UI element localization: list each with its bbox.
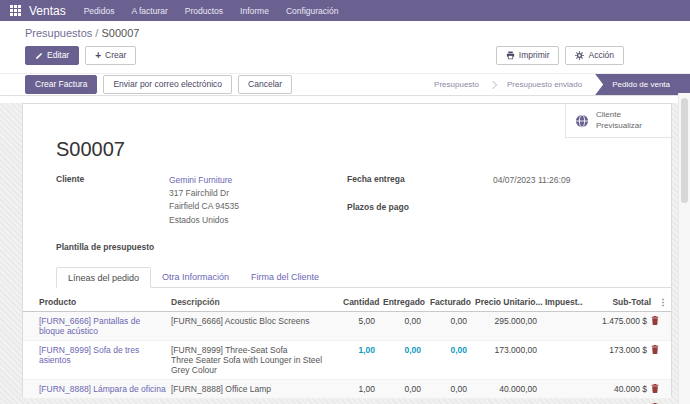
header-descripcion[interactable]: Descripción	[171, 297, 343, 307]
order-lines-table: Producto Descripción Cantidad Entregado …	[23, 293, 671, 404]
menu-configuracion[interactable]: Configuración	[286, 6, 338, 16]
header-entregado[interactable]: Entregado	[383, 297, 429, 307]
menu-informe[interactable]: Informe	[240, 6, 269, 16]
delete-row-icon[interactable]	[651, 384, 667, 393]
table-row[interactable]: [FURN_7777] Silla de oficina [FURN_7777]…	[23, 399, 671, 404]
header-producto[interactable]: Producto	[39, 297, 171, 307]
stage-presupuesto[interactable]: Presupuesto	[425, 80, 488, 89]
qty-cell: 5,00	[339, 316, 379, 326]
app-brand[interactable]: Ventas	[29, 4, 66, 18]
header-impuestos[interactable]: Impuest...	[545, 297, 583, 307]
tab-firma-del-cliente[interactable]: Firma del Cliente	[240, 267, 330, 287]
action-button[interactable]: Acción	[565, 46, 624, 65]
optional-columns-icon[interactable]: ⋮	[655, 297, 667, 307]
delete-row-icon[interactable]	[651, 345, 667, 354]
description-cell: [FURN_8999] Three-Seat SofaThree Seater …	[171, 345, 339, 375]
statusbar: Crear Factura Enviar por correo electrón…	[0, 73, 690, 96]
cancel-button[interactable]: Cancelar	[238, 75, 292, 94]
notebook-tabs: Líneas del pedido Otra Información Firma…	[56, 267, 671, 288]
qty-cell: 1,00	[339, 384, 379, 394]
gear-icon	[575, 51, 584, 60]
header-cantidad[interactable]: Cantidad	[343, 297, 383, 307]
customer-preview-button[interactable]: Cliente Previsualizar	[565, 104, 671, 138]
plus-icon: +	[95, 53, 101, 59]
tab-lineas-del-pedido[interactable]: Líneas del pedido	[56, 267, 151, 288]
unit-price-cell: 295.000,00	[471, 316, 541, 326]
description-cell: [FURN_8888] Office Lamp	[171, 384, 339, 394]
send-email-button[interactable]: Enviar por correo electrónico	[103, 75, 232, 94]
delivered-cell: 0,00	[379, 384, 425, 394]
fecha-entrega-label: Fecha entrega	[347, 174, 493, 187]
order-title: S00007	[56, 138, 671, 161]
apps-grid-icon[interactable]	[10, 5, 21, 16]
header-subtotal[interactable]: Sub-Total	[583, 297, 655, 307]
table-row[interactable]: [FURN_6666] Pantallas de bloque acústico…	[23, 312, 671, 341]
invoiced-cell: 0,00	[425, 316, 471, 326]
table-row[interactable]: [FURN_8999] Sofa de tres asientos [FURN_…	[23, 341, 671, 380]
delivered-cell: 0,00	[379, 316, 425, 326]
description-cell: [FURN_6666] Acoustic Bloc Screens	[171, 316, 339, 326]
qty-cell: 1,00	[339, 345, 379, 355]
stage-pedido-de-venta[interactable]: Pedido de venta	[595, 74, 690, 95]
delete-row-icon[interactable]	[651, 316, 667, 325]
cliente-label: Cliente	[56, 174, 169, 227]
vertical-scrollbar	[678, 93, 690, 404]
control-panel: Presupuestos / S00007 Editar + Crear Imp…	[0, 21, 690, 73]
product-cell[interactable]: [FURN_8999] Sofa de tres asientos	[39, 345, 171, 365]
menu-productos[interactable]: Productos	[185, 6, 223, 16]
scrollbar-thumb[interactable]	[681, 98, 688, 203]
unit-price-cell: 40.000,00	[471, 384, 541, 394]
print-button[interactable]: Imprimir	[496, 46, 560, 65]
tab-otra-informacion[interactable]: Otra Información	[151, 267, 240, 287]
breadcrumb-current: S00007	[101, 27, 139, 39]
customer-preview-label: Cliente Previsualizar	[596, 110, 642, 131]
field-groups: Cliente Gemini Furniture 317 Fairchild D…	[56, 174, 638, 252]
subtotal-cell: 1.475.000 $	[579, 316, 651, 326]
cliente-link[interactable]: Gemini Furniture	[169, 175, 232, 185]
breadcrumb-presupuestos[interactable]: Presupuestos	[25, 27, 92, 39]
edit-button[interactable]: Editar	[25, 46, 79, 65]
fecha-entrega-value: 04/07/2023 11:26:09	[493, 174, 570, 187]
table-row[interactable]: [FURN_8888] Lámpara de oficina [FURN_888…	[23, 380, 671, 399]
breadcrumb: Presupuestos / S00007	[25, 27, 690, 39]
top-navbar: Ventas Pedidos A facturar Productos Info…	[0, 0, 690, 21]
menu-a-facturar[interactable]: A facturar	[131, 6, 167, 16]
chevron-right-icon	[489, 80, 497, 88]
product-cell[interactable]: [FURN_8888] Lámpara de oficina	[39, 384, 171, 394]
form-view-background: Cliente Previsualizar S00007 Cliente Gem…	[0, 103, 690, 404]
cliente-value: Gemini Furniture 317 Fairchild Dr Fairfi…	[169, 174, 239, 227]
stage-pipeline: Presupuesto Presupuesto enviado Pedido d…	[425, 74, 690, 95]
globe-icon	[575, 114, 589, 128]
plantilla-label: Plantilla de presupuesto	[56, 242, 169, 252]
unit-price-cell: 173.000,00	[471, 345, 541, 355]
subtotal-cell: 40.000 $	[579, 384, 651, 394]
invoiced-cell: 0,00	[425, 345, 471, 355]
delivered-cell: 0,00	[379, 345, 425, 355]
subtotal-cell: 173.000 $	[579, 345, 651, 355]
header-facturado[interactable]: Facturado	[429, 297, 475, 307]
plazos-pago-label: Plazos de pago	[347, 202, 493, 212]
form-sheet: Cliente Previsualizar S00007 Cliente Gem…	[22, 103, 672, 396]
table-header-row: Producto Descripción Cantidad Entregado …	[23, 293, 671, 312]
create-button[interactable]: + Crear	[85, 46, 136, 65]
stage-presupuesto-enviado[interactable]: Presupuesto enviado	[498, 80, 591, 89]
create-invoice-button[interactable]: Crear Factura	[25, 75, 97, 94]
menu-pedidos[interactable]: Pedidos	[84, 6, 115, 16]
header-precio-unitario[interactable]: Precio Unitario...	[475, 297, 545, 307]
product-cell[interactable]: [FURN_6666] Pantallas de bloque acústico	[39, 316, 171, 336]
pencil-icon	[35, 52, 43, 60]
invoiced-cell: 0,00	[425, 384, 471, 394]
printer-icon	[506, 51, 515, 60]
